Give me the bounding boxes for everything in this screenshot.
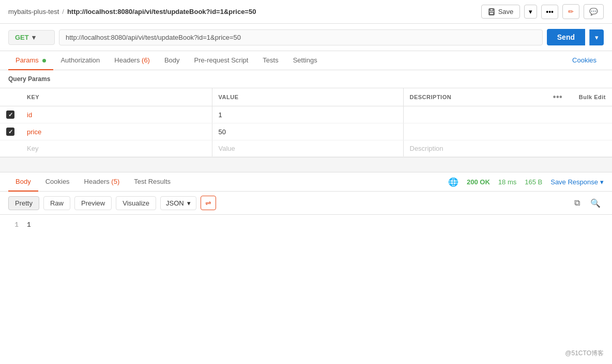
tab-params[interactable]: Params xyxy=(8,51,53,70)
row-price-value[interactable]: 50 xyxy=(212,123,403,140)
tab-pre-request[interactable]: Pre-request Script xyxy=(187,51,256,70)
svg-rect-1 xyxy=(490,9,493,11)
send-dropdown-button[interactable]: ▾ xyxy=(589,29,604,45)
url-input[interactable] xyxy=(59,29,543,45)
breadcrumb: mybaits-plus-test / http://localhost:808… xyxy=(8,8,256,15)
comment-icon: 💬 xyxy=(589,8,598,15)
response-section: Body Cookies Headers (5) Test Results 🌐 … xyxy=(0,172,612,256)
save-label: Save xyxy=(498,8,514,15)
format-raw-button[interactable]: Raw xyxy=(43,196,70,210)
placeholder-value[interactable]: Value xyxy=(212,140,403,157)
query-params-label: Query Params xyxy=(8,75,50,83)
col-header-value: VALUE xyxy=(212,88,403,106)
tab-body[interactable]: Body xyxy=(157,51,187,70)
response-tab-test-results[interactable]: Test Results xyxy=(127,172,178,192)
method-selector[interactable]: GET ▾ xyxy=(8,30,55,45)
response-tab-body[interactable]: Body xyxy=(8,172,38,192)
format-wrap-button[interactable]: ⇌ xyxy=(201,196,216,210)
search-button[interactable]: 🔍 xyxy=(587,197,604,209)
response-time: 18 ms xyxy=(498,178,516,186)
response-tab-headers[interactable]: Headers (5) xyxy=(77,172,127,192)
table-row: price 50 xyxy=(0,123,612,140)
request-bar: GET ▾ Send ▾ xyxy=(0,24,612,51)
tab-cookies[interactable]: Cookies xyxy=(565,51,604,70)
row-price-bulk xyxy=(571,123,612,140)
tab-params-label: Params xyxy=(16,56,39,64)
row-id-value[interactable]: 1 xyxy=(212,106,403,123)
response-size: 165 B xyxy=(525,178,542,186)
row-id-bulk xyxy=(571,106,612,123)
response-tabs-bar: Body Cookies Headers (5) Test Results 🌐 … xyxy=(0,172,612,192)
save-response-button[interactable]: Save Response ▾ xyxy=(550,178,604,186)
copy-button[interactable]: ⧉ xyxy=(571,197,583,209)
format-bar: Pretty Raw Preview Visualize JSON ▾ ⇌ ⧉ … xyxy=(0,192,612,215)
format-type-chevron-icon: ▾ xyxy=(187,199,191,207)
col-header-description: DESCRIPTION xyxy=(403,88,545,106)
edit-icon: ✏ xyxy=(568,8,574,15)
format-visualize-button[interactable]: Visualize xyxy=(116,196,156,210)
project-name[interactable]: mybaits-plus-test xyxy=(8,8,59,15)
response-tabs: Body Cookies Headers (5) Test Results xyxy=(8,172,178,191)
save-icon xyxy=(488,8,495,15)
format-visualize-label: Visualize xyxy=(123,199,149,207)
globe-icon: 🌐 xyxy=(448,177,458,187)
svg-rect-2 xyxy=(489,12,494,14)
row-price-checkbox[interactable] xyxy=(6,128,14,136)
table-options-icon[interactable]: ••• xyxy=(553,92,562,101)
tab-headers[interactable]: Headers (6) xyxy=(107,51,157,70)
format-raw-label: Raw xyxy=(50,199,64,207)
tab-settings[interactable]: Settings xyxy=(286,51,325,70)
col-header-check xyxy=(0,88,21,106)
line-number-1: 1 xyxy=(8,221,19,229)
row-id-key[interactable]: id xyxy=(21,106,212,123)
top-bar-actions: Save ▾ ••• ✏ 💬 xyxy=(481,4,604,19)
row-id-checkbox[interactable] xyxy=(6,110,14,119)
table-row-placeholder: Key Value Description xyxy=(0,140,612,157)
row-id-description[interactable] xyxy=(403,106,545,123)
code-content[interactable]: 1 xyxy=(27,221,31,250)
response-body-label: Body xyxy=(16,178,31,185)
method-chevron-icon: ▾ xyxy=(32,34,36,41)
query-params-section-header: Query Params xyxy=(0,70,612,88)
watermark: @51CTO博客 xyxy=(565,349,604,358)
tab-headers-label: Headers xyxy=(114,56,142,64)
params-dot xyxy=(42,59,46,62)
tab-authorization-label: Authorization xyxy=(60,56,100,64)
row-price-key[interactable]: price xyxy=(21,123,212,140)
format-type-selector[interactable]: JSON ▾ xyxy=(160,196,196,210)
save-response-chevron-icon: ▾ xyxy=(600,178,604,186)
response-meta: 🌐 200 OK 18 ms 165 B Save Response ▾ xyxy=(448,177,604,187)
send-label: Send xyxy=(557,33,575,41)
format-pretty-button[interactable]: Pretty xyxy=(8,196,39,210)
tab-pre-request-label: Pre-request Script xyxy=(194,56,249,64)
more-options-button[interactable]: ••• xyxy=(541,5,558,19)
tab-tests-label: Tests xyxy=(263,56,278,64)
save-dropdown-button[interactable]: ▾ xyxy=(524,5,537,19)
placeholder-description[interactable]: Description xyxy=(403,140,545,157)
col-header-bulk[interactable]: Bulk Edit xyxy=(571,88,612,106)
breadcrumb-separator: / xyxy=(62,8,64,15)
format-preview-button[interactable]: Preview xyxy=(74,196,112,210)
row-price-actions xyxy=(545,123,571,140)
section-divider xyxy=(0,157,612,172)
copy-icon: ⧉ xyxy=(574,198,580,207)
wrap-icon: ⇌ xyxy=(205,199,211,207)
save-response-label: Save Response xyxy=(550,178,598,186)
format-type-label: JSON xyxy=(166,199,184,207)
row-id-actions xyxy=(545,106,571,123)
tab-tests[interactable]: Tests xyxy=(255,51,285,70)
line-numbers: 1 xyxy=(8,221,19,250)
edit-button[interactable]: ✏ xyxy=(562,4,579,19)
top-bar: mybaits-plus-test / http://localhost:808… xyxy=(0,0,612,24)
tab-authorization[interactable]: Authorization xyxy=(53,51,107,70)
comment-button[interactable]: 💬 xyxy=(584,4,604,19)
response-status: 200 OK xyxy=(467,178,490,186)
response-code-area: 1 1 xyxy=(0,215,612,256)
chevron-down-icon: ▾ xyxy=(529,8,532,15)
row-price-description[interactable] xyxy=(403,123,545,140)
response-tab-cookies[interactable]: Cookies xyxy=(38,172,77,192)
send-button[interactable]: Send xyxy=(547,29,585,45)
placeholder-key[interactable]: Key xyxy=(21,140,212,157)
save-button[interactable]: Save xyxy=(481,5,521,19)
format-preview-label: Preview xyxy=(81,199,105,207)
